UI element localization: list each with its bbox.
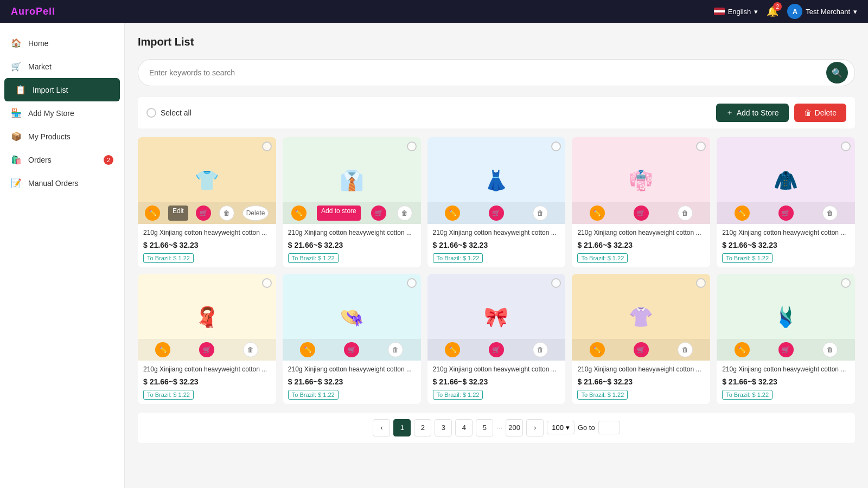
product-checkbox[interactable] [407,142,417,151]
add-store-icon: 🏪 [11,108,22,118]
language-selector[interactable]: English ▾ [714,8,758,16]
page-size-chevron: ▾ [566,423,570,432]
product-price: $ 21.66~$ 32.23 [577,377,705,386]
delete-card-button[interactable]: 🗑 [678,206,693,221]
delete-button[interactable]: 🗑 Delete [794,104,846,122]
product-checkbox[interactable] [262,278,272,288]
user-menu[interactable]: A Test Merchant ▾ [787,4,857,19]
page-button-5[interactable]: 5 [476,419,493,436]
store-button[interactable]: 🛒 [196,206,211,221]
product-checkbox[interactable] [841,142,851,151]
notifications-button[interactable]: 🔔 2 [767,5,778,17]
edit-button[interactable]: ✏️ [445,342,460,357]
store-button[interactable]: 🛒 [199,342,214,357]
product-overlay: ✏️ Add to store 🛒 🗑 [283,202,421,224]
manual-orders-icon: 📝 [11,178,22,188]
product-card-9: 👚 ✏️ 🛒 🗑 210g Xinjiang cotton heavyweigh… [572,274,710,404]
edit-label-button[interactable]: Edit [168,206,188,221]
edit-button[interactable]: ✏️ [155,342,170,357]
store-button[interactable]: 🛒 [371,206,386,221]
product-price: $ 21.66~$ 32.23 [143,377,271,386]
sidebar-item-label: My Products [28,132,71,141]
delete-card-button[interactable]: 🗑 [533,206,548,221]
sidebar-item-add-my-store[interactable]: 🏪 Add My Store [0,101,124,125]
product-overlay: ✏️ 🛒 🗑 [427,202,566,224]
product-info: 210g Xinjiang cotton heavyweight cotton … [717,224,855,267]
product-checkbox[interactable] [841,278,851,288]
product-info: 210g Xinjiang cotton heavyweight cotton … [283,224,421,267]
edit-button[interactable]: ✏️ [735,342,750,357]
product-name: 210g Xinjiang cotton heavyweight cotton … [143,228,271,237]
flag-icon [714,8,725,15]
store-button[interactable]: 🛒 [778,206,794,221]
delete-card-button[interactable]: 🗑 [822,342,838,357]
edit-button[interactable]: ✏️ [300,342,315,357]
sidebar-item-import-list[interactable]: 📋 Import List [4,78,120,101]
store-button[interactable]: 🛒 [634,342,649,357]
sidebar-item-market[interactable]: 🛒 Market [0,55,124,78]
delete-card-button[interactable]: 🗑 [822,206,838,221]
delete-label-btn[interactable]: Delete [242,206,269,221]
toolbar-actions: ＋ Add to Store 🗑 Delete [716,104,846,122]
edit-button[interactable]: ✏️ [145,206,160,221]
products-grid: 👕 ✏️ Edit 🛒 🗑 Delete 210g Xinjiang cotto… [138,137,855,404]
store-button[interactable]: 🛒 [489,206,504,221]
search-button[interactable]: 🔍 [826,62,848,84]
product-shipping: To Brazil: $ 1.22 [433,253,483,263]
delete-card-button[interactable]: 🗑 [388,342,403,357]
delete-card-button[interactable]: 🗑 [678,342,693,357]
product-checkbox[interactable] [696,278,706,288]
sidebar-item-orders[interactable]: 🛍️ Orders 2 [0,148,124,171]
goto-input[interactable] [598,421,620,434]
product-name: 210g Xinjiang cotton heavyweight cotton … [433,365,560,374]
product-shipping: To Brazil: $ 1.22 [288,390,339,400]
product-checkbox[interactable] [407,278,417,288]
edit-button[interactable]: ✏️ [735,206,750,221]
page-button-1[interactable]: 1 [393,419,411,436]
page-dots: ··· [496,423,502,432]
product-overlay: ✏️ 🛒 🗑 [572,339,710,361]
goto-label: Go to [578,423,595,432]
sidebar-item-my-products[interactable]: 📦 My Products [0,125,124,148]
add-to-store-button[interactable]: ＋ Add to Store [716,104,789,122]
product-info: 210g Xinjiang cotton heavyweight cotton … [572,224,710,267]
sidebar-item-home[interactable]: 🏠 Home [0,31,124,55]
store-button[interactable]: 🛒 [344,342,359,357]
product-card-5: 🧥 ✏️ 🛒 🗑 210g Xinjiang cotton heavyweigh… [717,137,855,267]
delete-card-button[interactable]: 🗑 [219,206,234,221]
product-shipping: To Brazil: $ 1.22 [722,390,773,400]
select-all-checkbox[interactable] [146,108,156,118]
sidebar-item-label: Market [28,62,52,71]
store-button[interactable]: 🛒 [489,342,504,357]
product-price: $ 21.66~$ 32.23 [577,241,705,249]
product-overlay: ✏️ 🛒 🗑 [138,339,276,361]
store-button[interactable]: 🛒 [634,206,649,221]
page-size-selector[interactable]: 100 ▾ [547,421,575,434]
import-list-icon: 📋 [15,85,26,95]
sidebar-item-label: Manual Orders [28,179,79,188]
edit-button[interactable]: ✏️ [590,206,605,221]
product-price: $ 21.66~$ 32.23 [288,377,416,386]
product-info: 210g Xinjiang cotton heavyweight cotton … [138,361,276,404]
sidebar-item-manual-orders[interactable]: 📝 Manual Orders [0,171,124,195]
edit-button[interactable]: ✏️ [291,206,307,221]
product-checkbox[interactable] [262,142,272,151]
add-to-store-card-button[interactable]: Add to store [317,206,361,221]
store-button[interactable]: 🛒 [778,342,794,357]
delete-card-button[interactable]: 🗑 [397,206,412,221]
product-info: 210g Xinjiang cotton heavyweight cotton … [283,361,421,404]
product-overlay: ✏️ 🛒 🗑 [283,339,421,361]
product-shipping: To Brazil: $ 1.22 [577,253,628,263]
page-button-3[interactable]: 3 [435,419,452,436]
page-button-200[interactable]: 200 [506,419,523,436]
edit-button[interactable]: ✏️ [590,342,605,357]
prev-page-button[interactable]: ‹ [373,419,390,436]
edit-button[interactable]: ✏️ [445,206,460,221]
delete-card-button[interactable]: 🗑 [243,342,258,357]
search-input[interactable] [145,62,826,84]
page-button-4[interactable]: 4 [455,419,473,436]
next-page-button[interactable]: › [526,419,544,436]
delete-card-button[interactable]: 🗑 [533,342,548,357]
page-button-2[interactable]: 2 [414,419,431,436]
select-all-control[interactable]: Select all [146,108,192,118]
